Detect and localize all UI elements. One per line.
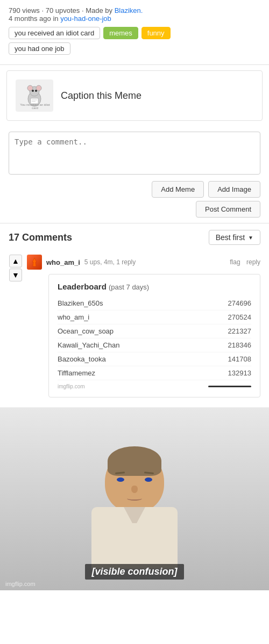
comment-body: who_am_i 5 ups, 4m, 1 reply flag reply L… (27, 255, 260, 402)
svg-point-5 (35, 90, 37, 92)
lb-name-2: who_am_i (58, 313, 89, 321)
lb-score-1: 274696 (228, 299, 251, 307)
caption-image: You received an idiot card (16, 79, 53, 112)
svg-rect-6 (31, 98, 38, 104)
vote-column: ▲ ▼ (9, 255, 23, 281)
author-link[interactable]: Blaziken. (115, 6, 143, 15)
eye-left (117, 477, 124, 482)
imgflip-logo: imgflip.com (58, 383, 85, 389)
upvote-button[interactable]: ▲ (9, 255, 22, 267)
leaderboard-row: Tifflamemez 132913 (58, 366, 251, 380)
sort-dropdown[interactable]: Best first ▼ (209, 230, 260, 245)
lb-score-5: 141708 (228, 355, 251, 363)
add-image-button[interactable]: Add Image (208, 181, 260, 198)
leaderboard-bar (208, 386, 251, 387)
eye-right (145, 477, 152, 482)
leaderboard-period: (past 7 days) (109, 283, 149, 291)
character-body (91, 507, 178, 569)
lb-score-4: 218346 (228, 341, 251, 349)
character-mouth (127, 496, 142, 501)
top-section: 790 views · 70 upvotes · Made by Blazike… (0, 0, 269, 65)
post-comment-button[interactable]: Post Comment (196, 201, 260, 218)
reply-button[interactable]: reply (246, 258, 260, 266)
made-by-label: Made by (86, 6, 112, 15)
tag-memes[interactable]: memes (103, 27, 138, 39)
character-head (105, 451, 164, 512)
comments-header: 17 Comments Best first ▼ (0, 223, 269, 249)
svg-point-3 (36, 85, 41, 91)
time-label: 4 months ago in (9, 15, 59, 23)
comment-meta: 5 ups, 4m, 1 reply (84, 258, 136, 266)
character-hair (108, 446, 161, 476)
imgflip-watermark: imgflip.com (5, 581, 36, 587)
avatar-image (27, 255, 42, 270)
bottom-meme-image: [visible confusion] imgflip.com (0, 408, 269, 590)
avatar (27, 255, 42, 270)
post-comment-row: Post Comment (9, 201, 260, 218)
comment-item: ▲ ▼ who_am_i 5 ups, 4m, 1 reply flag r (0, 249, 269, 408)
comment-user-row: who_am_i 5 ups, 4m, 1 reply flag reply (27, 255, 260, 270)
leaderboard-row: Blaziken_650s 274696 (58, 296, 251, 310)
character-nose (131, 486, 138, 493)
leaderboard-row: Ocean_cow_soap 221327 (58, 324, 251, 338)
flag-button[interactable]: flag (230, 258, 240, 266)
leaderboard: Leaderboard (past 7 days) Blaziken_650s … (48, 274, 260, 397)
sort-label: Best first (216, 233, 245, 242)
svg-marker-9 (32, 258, 37, 266)
tag-funny[interactable]: funny (141, 27, 171, 39)
downvote-button[interactable]: ▼ (9, 269, 22, 281)
comment-input-section: Add Meme Add Image Post Comment (0, 126, 269, 223)
tag-idiot-card[interactable]: you received an idiot card (9, 27, 100, 39)
thumbnail-small-caption: You received an idiot card (17, 103, 53, 110)
caption-section[interactable]: You received an idiot card Caption this … (6, 70, 263, 121)
leaderboard-row: Kawali_Yachi_Chan 218346 (58, 338, 251, 352)
person-figure (86, 451, 183, 569)
lb-name-3: Ocean_cow_soap (58, 327, 114, 335)
comment-main: ▲ ▼ who_am_i 5 ups, 4m, 1 reply flag r (9, 255, 260, 402)
stats-line: 790 views · 70 upvotes · Made by Blazike… (9, 6, 260, 23)
leaderboard-title: Leaderboard (past 7 days) (58, 282, 251, 291)
svg-point-4 (32, 90, 34, 92)
meme-caption-box: [visible confusion] (0, 564, 269, 580)
meme-caption-text: [visible confusion] (85, 564, 183, 580)
comment-username[interactable]: who_am_i (46, 258, 80, 266)
tags-row-2: you had one job (9, 42, 260, 55)
lb-name-4: Kawali_Yachi_Chan (58, 341, 119, 349)
lb-name-5: Bazooka_tooka (58, 355, 106, 363)
upvotes-stat: 70 upvotes (46, 6, 80, 15)
user-icon (29, 257, 40, 267)
comments-count: 17 Comments (9, 232, 72, 243)
comment-input[interactable] (9, 132, 260, 175)
tags-row: you received an idiot card memes funny (9, 27, 260, 39)
add-buttons-row: Add Meme Add Image (9, 181, 260, 198)
leaderboard-footer: imgflip.com (58, 383, 251, 389)
caption-title: Caption this Meme (61, 90, 141, 102)
svg-point-2 (27, 85, 33, 91)
leaderboard-row: Bazooka_tooka 141708 (58, 352, 251, 366)
tag-one-job[interactable]: you had one job (9, 42, 70, 55)
lb-score-3: 221327 (228, 327, 251, 335)
face-container (86, 451, 183, 569)
robe-collar (124, 507, 145, 523)
comment-actions: flag reply (230, 258, 260, 266)
add-meme-button[interactable]: Add Meme (152, 181, 204, 198)
views-stat: 790 views (9, 6, 40, 15)
lb-score-6: 132913 (228, 369, 251, 377)
lb-name-1: Blaziken_650s (58, 299, 103, 307)
lb-score-2: 270524 (228, 313, 251, 321)
leaderboard-row: who_am_i 270524 (58, 310, 251, 324)
tag-link[interactable]: you-had-one-job (60, 15, 111, 23)
separator1: · (41, 6, 45, 15)
lb-name-6: Tifflamemez (58, 369, 95, 377)
chevron-down-icon: ▼ (248, 235, 253, 241)
